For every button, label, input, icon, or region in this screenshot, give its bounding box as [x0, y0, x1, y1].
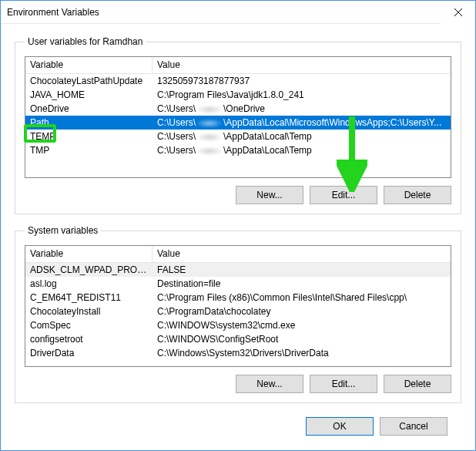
redacted-segment: [196, 146, 223, 156]
variable-name: asl.log: [25, 278, 153, 289]
table-row[interactable]: TEMPC:\Users\\AppData\Local\Temp: [25, 130, 451, 143]
table-row[interactable]: DriverDataC:\Windows\System32\Drivers\Dr…: [25, 346, 451, 360]
user-variables-group: User variables for Ramdhan Variable Valu…: [15, 36, 461, 214]
redacted-segment: [196, 119, 223, 128]
user-new-button[interactable]: New...: [236, 186, 303, 204]
variable-value: C:\Users\\AppData\Local\Temp: [153, 131, 451, 142]
table-row[interactable]: TMPC:\Users\\AppData\Local\Temp: [25, 143, 451, 157]
system-buttons-row: New... Edit... Delete: [25, 375, 451, 393]
user-list-body[interactable]: ChocolateyLastPathUpdate1325059731878779…: [25, 74, 451, 178]
system-col-variable[interactable]: Variable: [25, 246, 153, 262]
user-delete-button[interactable]: Delete: [384, 186, 451, 204]
close-button[interactable]: [441, 1, 475, 24]
system-list-body[interactable]: ADSK_CLM_WPAD_PROXY_...FALSEasl.logDesti…: [25, 263, 451, 367]
redacted-segment: [196, 105, 223, 114]
variable-name: OneDrive: [25, 103, 153, 114]
system-list-headers: Variable Value: [25, 246, 451, 263]
cancel-button[interactable]: Cancel: [380, 417, 448, 436]
user-variables-legend: User variables for Ramdhan: [25, 36, 146, 47]
variable-value: C:\Users\\OneDrive: [153, 103, 451, 114]
system-new-button[interactable]: New...: [236, 375, 303, 393]
titlebar: Environment Variables: [1, 1, 475, 24]
user-col-value[interactable]: Value: [153, 57, 451, 73]
variable-value: C:\ProgramData\chocolatey: [153, 306, 451, 317]
variable-value: C:\Program Files (x86)\Common Files\Inte…: [153, 292, 451, 303]
table-row[interactable]: configsetrootC:\WINDOWS\ConfigSetRoot: [25, 332, 451, 346]
system-col-value[interactable]: Value: [153, 246, 451, 262]
variable-value: Destination=file: [153, 278, 451, 289]
system-variables-list[interactable]: Variable Value ADSK_CLM_WPAD_PROXY_...FA…: [25, 245, 451, 367]
dialog-content: User variables for Ramdhan Variable Valu…: [1, 24, 475, 446]
ok-button[interactable]: OK: [306, 417, 374, 436]
variable-name: configsetroot: [25, 334, 153, 345]
table-row[interactable]: ComSpecC:\WINDOWS\system32\cmd.exe: [25, 318, 451, 332]
variable-value: C:\WINDOWS\ConfigSetRoot: [153, 334, 451, 345]
system-variables-group: System variables Variable Value ADSK_CLM…: [15, 225, 461, 403]
variable-name: Path: [25, 117, 153, 128]
variable-name: ChocolateyInstall: [25, 306, 153, 317]
variable-value: C:\Users\\AppData\Local\Temp: [153, 145, 451, 156]
redacted-segment: [196, 133, 223, 142]
variable-value: C:\WINDOWS\system32\cmd.exe: [153, 320, 451, 331]
variable-name: ADSK_CLM_WPAD_PROXY_...: [25, 264, 153, 275]
variable-value: C:\Windows\System32\Drivers\DriverData: [153, 348, 451, 358]
variable-name: JAVA_HOME: [25, 89, 153, 100]
user-buttons-row: New... Edit... Delete: [25, 186, 451, 204]
variable-value: 132505973187877937: [153, 76, 451, 86]
user-list-headers: Variable Value: [25, 57, 451, 74]
user-variables-list[interactable]: Variable Value ChocolateyLastPathUpdate1…: [25, 56, 451, 178]
variable-value: FALSE: [153, 264, 451, 275]
system-edit-button[interactable]: Edit...: [310, 375, 377, 393]
table-row[interactable]: OneDriveC:\Users\\OneDrive: [25, 102, 451, 116]
table-row[interactable]: JAVA_HOMEC:\Program Files\Java\jdk1.8.0_…: [25, 88, 451, 102]
variable-name: ChocolateyLastPathUpdate: [25, 76, 153, 86]
variable-name: ComSpec: [25, 320, 153, 331]
variable-name: C_EM64T_REDIST11: [25, 292, 153, 303]
close-icon: [454, 8, 462, 16]
table-row[interactable]: PathC:\Users\\AppData\Local\Microsoft\Wi…: [25, 116, 451, 130]
system-variables-legend: System variables: [25, 225, 101, 236]
variable-name: TMP: [25, 145, 153, 156]
user-edit-button[interactable]: Edit...: [310, 186, 377, 204]
table-row[interactable]: ADSK_CLM_WPAD_PROXY_...FALSE: [25, 263, 451, 277]
table-row[interactable]: ChocolateyInstallC:\ProgramData\chocolat…: [25, 305, 451, 318]
variable-name: DriverData: [25, 348, 153, 358]
user-col-variable[interactable]: Variable: [25, 57, 153, 73]
table-row[interactable]: ChocolateyLastPathUpdate1325059731878779…: [25, 74, 451, 88]
variable-name: TEMP: [25, 131, 153, 142]
table-row[interactable]: C_EM64T_REDIST11C:\Program Files (x86)\C…: [25, 291, 451, 305]
dialog-footer: OK Cancel: [15, 414, 461, 436]
variable-value: C:\Users\\AppData\Local\Microsoft\Window…: [153, 117, 451, 128]
variable-value: C:\Program Files\Java\jdk1.8.0_241: [153, 89, 451, 100]
system-delete-button[interactable]: Delete: [384, 375, 451, 393]
window-title: Environment Variables: [7, 7, 99, 18]
table-row[interactable]: asl.logDestination=file: [25, 277, 451, 291]
